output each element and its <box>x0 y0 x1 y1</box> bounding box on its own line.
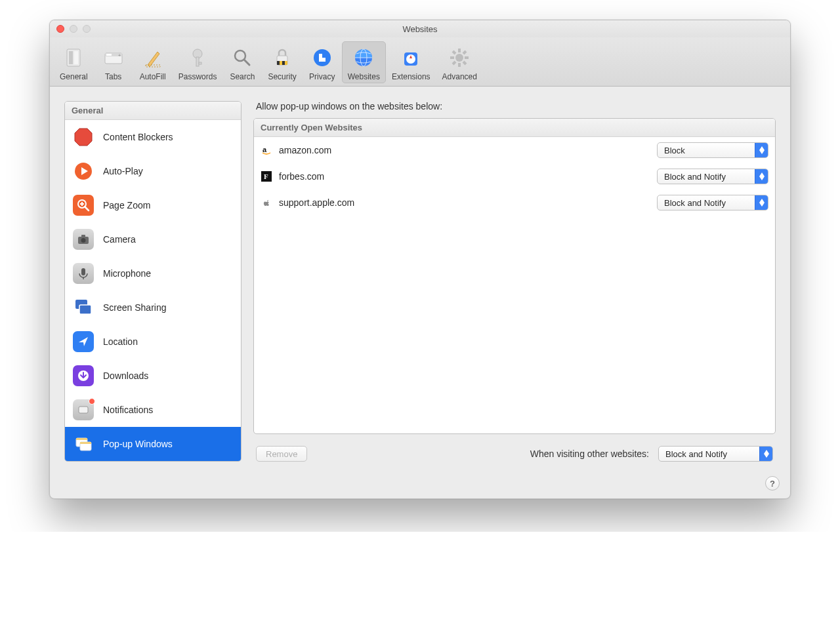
bottom-bar: Remove When visiting other websites: Blo… <box>253 434 776 462</box>
default-policy-value: Block and Notify <box>665 449 727 459</box>
tab-passwords[interactable]: Passwords <box>173 41 223 83</box>
websites-table: Currently Open Websites a amazon.com Blo… <box>253 118 776 434</box>
apple-favicon-icon <box>261 197 272 209</box>
svg-text:a: a <box>262 146 267 153</box>
sidebar-item-label: Pop-up Windows <box>103 439 173 449</box>
policy-popup-button[interactable]: Block <box>657 142 768 158</box>
website-domain: amazon.com <box>279 145 650 155</box>
tab-label: Advanced <box>442 72 477 81</box>
main-pane: Allow pop-up windows on the websites bel… <box>253 101 776 462</box>
sidebar-item-auto-play[interactable]: Auto-Play <box>65 154 241 188</box>
tab-websites[interactable]: Websites <box>342 41 386 83</box>
zoom-window-button[interactable] <box>83 25 91 33</box>
website-row[interactable]: F forbes.com Block and Notify <box>254 163 775 190</box>
policy-value: Block <box>664 146 685 155</box>
policy-popup-button[interactable]: Block and Notify <box>657 169 768 184</box>
svg-point-40 <box>81 238 86 243</box>
tab-label: Websites <box>348 72 380 81</box>
sidebar-item-label: Auto-Play <box>103 166 143 176</box>
sidebar-item-screen-sharing[interactable]: Screen Sharing <box>65 290 241 325</box>
tab-label: Security <box>268 72 296 81</box>
tab-extensions[interactable]: Extensions <box>386 41 436 83</box>
svg-marker-32 <box>75 129 92 146</box>
chevron-updown-icon <box>759 447 772 461</box>
microphone-icon <box>73 263 94 284</box>
svg-rect-42 <box>81 268 85 275</box>
sidebar-item-label: Camera <box>103 234 136 245</box>
popup-windows-icon <box>73 433 94 454</box>
tab-privacy[interactable]: Privacy <box>303 41 342 83</box>
help-area: ? <box>50 472 790 498</box>
help-button[interactable]: ? <box>765 476 780 491</box>
close-window-button[interactable] <box>56 25 64 33</box>
svg-rect-9 <box>196 57 199 66</box>
chevron-updown-icon <box>755 169 768 184</box>
tab-search[interactable]: Search <box>222 41 262 83</box>
autofill-icon <box>140 45 166 71</box>
tab-security[interactable]: Security <box>262 41 302 83</box>
notification-badge <box>89 398 95 405</box>
tab-label: General <box>60 72 88 81</box>
tab-label: Tabs <box>105 72 121 81</box>
sidebar-item-camera[interactable]: Camera <box>65 222 241 256</box>
sidebar-header: General <box>65 102 241 120</box>
window-controls <box>56 25 91 33</box>
other-websites-label: When visiting other websites: <box>530 449 649 459</box>
forbes-favicon-icon: F <box>261 170 272 182</box>
sidebar-item-downloads[interactable]: Downloads <box>65 359 241 393</box>
website-row[interactable]: a amazon.com Block <box>254 137 775 163</box>
sidebar-item-page-zoom[interactable]: Page Zoom <box>65 188 241 222</box>
extensions-icon <box>398 45 424 71</box>
svg-rect-1 <box>69 51 73 64</box>
policy-value: Block and Notify <box>664 172 726 182</box>
website-domain: support.apple.com <box>279 197 650 208</box>
sidebar-item-label: Page Zoom <box>103 200 150 210</box>
tab-general[interactable]: General <box>54 41 94 83</box>
svg-text:+: + <box>118 53 121 58</box>
websites-icon <box>350 45 377 71</box>
remove-button[interactable]: Remove <box>256 446 307 462</box>
svg-rect-49 <box>76 438 87 440</box>
sidebar-item-label: Screen Sharing <box>103 302 167 313</box>
chevron-updown-icon <box>755 195 768 210</box>
sidebar-item-microphone[interactable]: Microphone <box>65 256 241 290</box>
preferences-window: Websites General + Tabs AutoFill Passwor <box>49 20 791 499</box>
tab-tabs[interactable]: + Tabs <box>94 41 133 83</box>
policy-value: Block and Notify <box>664 198 726 208</box>
sidebar-item-label: Microphone <box>103 268 151 279</box>
downloads-icon <box>73 365 94 386</box>
zoom-icon <box>73 195 94 216</box>
help-glyph: ? <box>770 479 775 489</box>
table-section-header: Currently Open Websites <box>254 119 775 137</box>
sidebar-item-content-blockers[interactable]: Content Blockers <box>65 120 241 154</box>
tab-label: Extensions <box>392 72 430 81</box>
tab-label: Passwords <box>178 72 217 81</box>
amazon-favicon-icon: a <box>261 144 272 156</box>
screen-sharing-icon <box>73 297 94 318</box>
sidebar-item-notifications[interactable]: Notifications <box>65 393 241 427</box>
svg-rect-2 <box>74 51 78 64</box>
tab-label: Privacy <box>309 72 335 81</box>
policy-popup-button[interactable]: Block and Notify <box>657 195 768 210</box>
svg-rect-47 <box>79 407 88 413</box>
default-policy-popup-button[interactable]: Block and Notify <box>658 446 773 462</box>
stop-sign-icon <box>73 127 94 148</box>
sidebar-item-location[interactable]: Location <box>65 325 241 359</box>
svg-rect-16 <box>282 61 285 65</box>
svg-line-29 <box>463 62 466 64</box>
tab-label: AutoFill <box>140 72 166 81</box>
tab-autofill[interactable]: AutoFill <box>133 41 173 83</box>
sidebar-item-label: Notifications <box>103 405 153 415</box>
sidebar-item-popup-windows[interactable]: Pop-up Windows <box>65 427 241 461</box>
titlebar: Websites <box>50 20 790 37</box>
website-domain: forbes.com <box>279 171 650 182</box>
website-row[interactable]: support.apple.com Block and Notify <box>254 190 775 216</box>
svg-marker-58 <box>759 176 765 180</box>
tab-label: Search <box>230 72 255 81</box>
minimize-window-button[interactable] <box>70 25 77 33</box>
general-icon <box>60 45 87 71</box>
tab-advanced[interactable]: Advanced <box>436 41 483 83</box>
chevron-updown-icon <box>755 143 768 157</box>
location-icon <box>73 331 94 352</box>
advanced-icon <box>446 45 472 71</box>
